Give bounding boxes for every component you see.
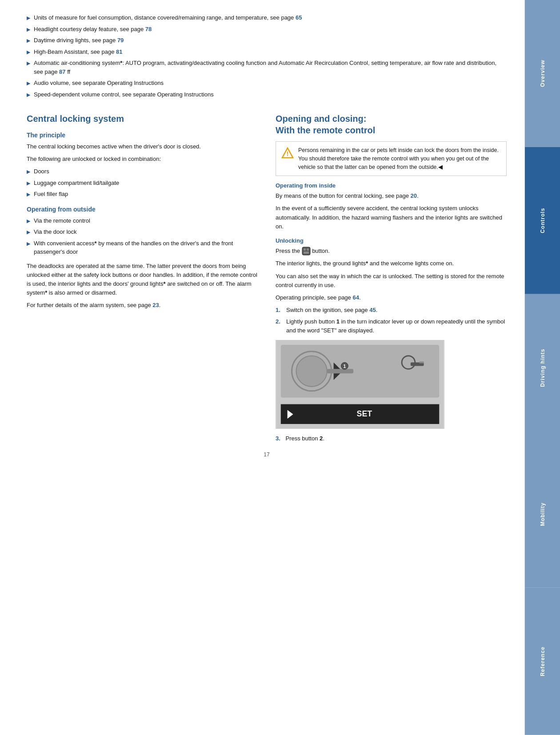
bullet-arrow-icon: ▶ — [27, 180, 30, 187]
list-item: ▶ Via the remote control — [27, 216, 258, 225]
warning-box: ! Persons remaining in the car or pets l… — [276, 141, 507, 176]
step-2: 2. Lightly push button 1 in the turn ind… — [276, 317, 507, 335]
page-link[interactable]: 65 — [296, 14, 302, 21]
principle-title: The principle — [27, 132, 258, 139]
sidebar-label-reference: Reference — [540, 647, 546, 676]
svg-rect-4 — [307, 248, 309, 251]
svg-rect-3 — [304, 248, 306, 251]
further-text: For further details of the alarm system,… — [27, 301, 258, 310]
operating-outside-title: Operating from outside — [27, 206, 258, 213]
right-column: Opening and closing:With the remote cont… — [276, 104, 507, 447]
page-footer: 17 — [27, 447, 507, 467]
diagram-svg: 1 SET — [276, 340, 444, 428]
page-link[interactable]: 45 — [369, 307, 376, 313]
sidebar-section-mobility: Mobility — [525, 441, 560, 588]
bullet-arrow-icon: ▶ — [27, 168, 30, 176]
bullet-arrow-icon: ▶ — [27, 240, 30, 248]
list-item: ▶ Headlight courtesy delay feature, see … — [27, 25, 507, 34]
bullet-arrow-icon: ▶ — [27, 191, 30, 198]
unlocking-step0: Press the button. — [276, 247, 507, 256]
bullet-arrow-icon: ▶ — [27, 80, 30, 87]
page-link[interactable]: 20 — [411, 192, 417, 199]
bullet-arrow-icon: ▶ — [27, 91, 30, 99]
operating-inside-title: Operating from inside — [276, 182, 507, 189]
remote-button-icon — [302, 247, 311, 256]
page-wrapper: ▶ Units of measure for fuel consumption,… — [0, 0, 560, 735]
svg-text:SET: SET — [357, 410, 372, 419]
bullet-arrow-icon: ▶ — [27, 14, 30, 22]
bullet-arrow-icon: ▶ — [27, 37, 30, 44]
inside-text1: By means of the button for central locki… — [276, 192, 507, 200]
bullet-arrow-icon: ▶ — [27, 217, 30, 225]
opening-closing-title: Opening and closing:With the remote cont… — [276, 113, 507, 136]
sidebar-label-overview: Overview — [540, 60, 546, 87]
svg-rect-5 — [304, 252, 309, 254]
list-item: ▶ Daytime driving lights, see page 79 — [27, 36, 507, 45]
bullet-arrow-icon: ▶ — [27, 60, 30, 67]
page-link[interactable]: 64 — [352, 294, 359, 301]
bullet-arrow-icon: ▶ — [27, 228, 30, 236]
page-number: 17 — [264, 451, 269, 458]
bullet-arrow-icon: ▶ — [27, 26, 30, 33]
step-number: 1. — [276, 306, 283, 315]
page-link[interactable]: 23 — [152, 302, 159, 308]
principle-text1: The central locking becomes active when … — [27, 142, 258, 151]
list-item: ▶ Units of measure for fuel consumption,… — [27, 13, 507, 22]
list-item: ▶ Speed-dependent volume control, see se… — [27, 90, 507, 99]
principle-text2: The following are unlocked or locked in … — [27, 155, 258, 164]
step3: 3. Press button 2. — [276, 434, 507, 443]
unlocking-title: Unlocking — [276, 237, 507, 244]
list-item: ▶ With convenient access* by means of th… — [27, 239, 258, 256]
page-link[interactable]: 78 — [145, 26, 152, 32]
diagram-box: 1 SET — [276, 340, 444, 429]
unlocking-text2: You can also set the way in which the ca… — [276, 272, 507, 290]
svg-rect-17 — [420, 362, 422, 364]
svg-rect-10 — [327, 369, 353, 374]
sidebar-label-mobility: Mobility — [540, 503, 546, 526]
step-1: 1. Switch on the ignition, see page 45. — [276, 306, 507, 315]
deadlock-text: The deadlocks are operated at the same t… — [27, 262, 258, 298]
svg-text:!: ! — [287, 150, 289, 157]
sidebar-label-driving: Driving hints — [540, 348, 546, 387]
svg-rect-2 — [302, 247, 310, 255]
operating-outside-bullets: ▶ Via the remote control ▶ Via the door … — [27, 216, 258, 256]
left-column: Central locking system The principle The… — [27, 104, 258, 447]
sidebar-label-controls: Controls — [540, 208, 546, 233]
sidebar-section-overview: Overview — [525, 0, 560, 147]
sidebar: Overview Controls Driving hints Mobility… — [524, 0, 560, 735]
list-item: ▶ Audio volume, see separate Operating I… — [27, 79, 507, 88]
central-locking-title: Central locking system — [27, 113, 258, 124]
main-content: ▶ Units of measure for fuel consumption,… — [0, 0, 524, 735]
two-column-layout: Central locking system The principle The… — [27, 104, 507, 447]
svg-point-9 — [296, 356, 327, 387]
sidebar-section-reference: Reference — [525, 588, 560, 735]
page-link[interactable]: 87 — [59, 68, 65, 75]
warning-text: Persons remaining in the car or pets lef… — [298, 146, 501, 171]
step-number: 2. — [276, 317, 283, 326]
intro-bullet-list: ▶ Units of measure for fuel consumption,… — [27, 13, 507, 99]
step-number: 3. — [276, 435, 280, 442]
svg-rect-18 — [422, 362, 424, 364]
list-item: ▶ High-Beam Assistant, see page 81 — [27, 48, 507, 56]
page-link[interactable]: 79 — [117, 37, 124, 44]
sidebar-section-controls[interactable]: Controls — [525, 147, 560, 294]
principle-bullets: ▶ Doors ▶ Luggage compartment lid/tailga… — [27, 167, 258, 199]
inside-text2: In the event of a sufficiently severe ac… — [276, 204, 507, 231]
unlocking-text1: The interior lights, the ground lights* … — [276, 259, 507, 268]
unlocking-text3: Operating principle, see page 64. — [276, 293, 507, 302]
sidebar-section-driving: Driving hints — [525, 294, 560, 441]
list-item: ▶ Fuel filler flap — [27, 190, 258, 199]
unlocking-steps: 1. Switch on the ignition, see page 45. … — [276, 306, 507, 335]
list-item: ▶ Via the door lock — [27, 228, 258, 236]
bullet-arrow-icon: ▶ — [27, 48, 30, 56]
svg-text:1: 1 — [343, 364, 346, 369]
list-item: ▶ Doors — [27, 167, 258, 176]
warning-icon: ! — [281, 147, 294, 160]
list-item: ▶ Automatic air-conditioning system*: AU… — [27, 59, 507, 76]
list-item: ▶ Luggage compartment lid/tailgate — [27, 179, 258, 188]
page-link[interactable]: 81 — [116, 48, 122, 55]
